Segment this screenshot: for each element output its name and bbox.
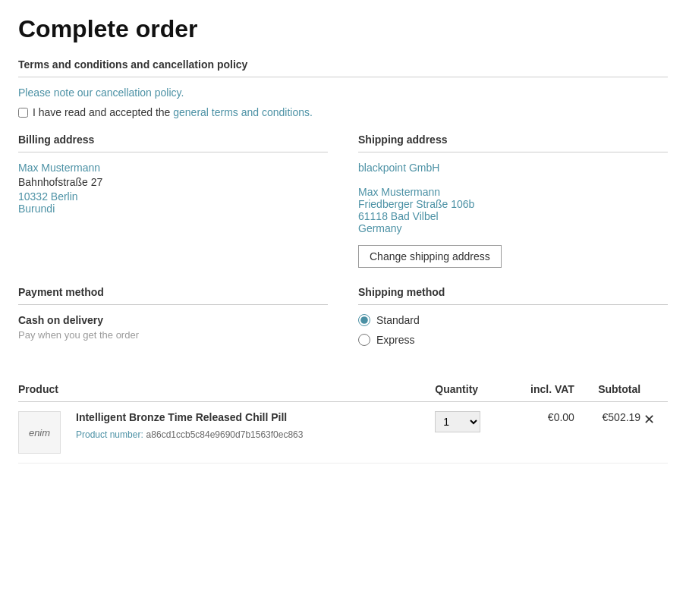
- col-quantity: Quantity: [435, 377, 505, 402]
- terms-label: I have read and accepted the general ter…: [33, 106, 313, 118]
- products-section: Product Quantity incl. VAT Subtotal enim…: [18, 377, 668, 464]
- billing-street: Bahnhofstraße 27: [18, 176, 102, 188]
- table-row: enim Intelligent Bronze Time Released Ch…: [18, 402, 668, 464]
- shipping-company[interactable]: blackpoint GmbH: [358, 162, 668, 174]
- shipping-express-radio[interactable]: [358, 334, 370, 346]
- product-info-cell: Intelligent Bronze Time Released Chill P…: [67, 402, 435, 464]
- terms-checkbox[interactable]: [18, 108, 28, 118]
- terms-checkbox-row: I have read and accepted the general ter…: [18, 106, 668, 118]
- billing-country[interactable]: Burundi: [18, 203, 328, 215]
- product-number-value: a86cd1ccb5c84e9690d7b1563f0ec863: [146, 429, 304, 440]
- product-vat-cell: €0.00: [506, 402, 574, 464]
- product-image-cell: enim: [18, 402, 67, 464]
- col-product: Product: [18, 377, 435, 402]
- payment-title: Payment method: [18, 286, 328, 298]
- shipping-express-option: Express: [358, 334, 668, 346]
- col-vat: incl. VAT: [506, 377, 574, 402]
- products-table: Product Quantity incl. VAT Subtotal enim…: [18, 377, 668, 464]
- product-name: Intelligent Bronze Time Released Chill P…: [76, 411, 435, 423]
- billing-city[interactable]: 10332 Berlin: [18, 190, 328, 203]
- shipping-address-col: Shipping address blackpoint GmbH Max Mus…: [358, 134, 668, 268]
- shipping-standard-option: Standard: [358, 314, 668, 326]
- payment-divider: [18, 304, 328, 305]
- product-remove-cell: ✕: [640, 402, 668, 464]
- page-title: Complete order: [18, 15, 668, 43]
- payment-method-label: Cash on delivery: [18, 314, 328, 326]
- shipping-standard-radio[interactable]: [358, 314, 370, 326]
- terms-divider: [18, 77, 668, 77]
- shipping-express-label: Express: [376, 334, 415, 346]
- shipping-method-title: Shipping method: [358, 286, 668, 298]
- billing-address-col: Billing address Max Mustermann Bahnhofst…: [18, 134, 328, 268]
- shipping-name[interactable]: Max Mustermann: [358, 186, 668, 198]
- billing-name[interactable]: Max Mustermann: [18, 162, 328, 174]
- billing-divider: [18, 152, 328, 152]
- addresses-section: Billing address Max Mustermann Bahnhofst…: [18, 134, 668, 268]
- payment-method-sub: Pay when you get the order: [18, 329, 328, 341]
- product-quantity-cell: 1 2 3: [435, 402, 505, 464]
- shipping-standard-label: Standard: [376, 314, 420, 326]
- remove-product-button[interactable]: ✕: [640, 411, 658, 428]
- product-thumbnail: enim: [18, 411, 61, 454]
- change-shipping-address-button[interactable]: Change shipping address: [358, 245, 502, 268]
- product-details: Intelligent Bronze Time Released Chill P…: [67, 411, 435, 440]
- terms-section-title: Terms and conditions and cancellation po…: [18, 58, 668, 71]
- product-number-label: Product number:: [76, 429, 143, 440]
- shipping-city[interactable]: 61118 Bad Vilbel: [358, 210, 668, 222]
- cancellation-policy-link[interactable]: Please note our cancellation policy.: [18, 86, 184, 99]
- shipping-address-title: Shipping address: [358, 134, 668, 146]
- billing-title: Billing address: [18, 134, 328, 146]
- payment-shipping-section: Payment method Cash on delivery Pay when…: [18, 286, 668, 359]
- general-terms-link[interactable]: general terms and conditions.: [173, 106, 313, 118]
- col-subtotal: Subtotal: [574, 377, 640, 402]
- shipping-method-col: Shipping method Standard Express: [358, 286, 668, 359]
- shipping-street[interactable]: Friedberger Straße 106b: [358, 198, 668, 210]
- terms-section: Terms and conditions and cancellation po…: [18, 58, 668, 118]
- shipping-method-divider: [358, 304, 668, 305]
- quantity-select[interactable]: 1 2 3: [435, 411, 480, 432]
- shipping-country[interactable]: Germany: [358, 222, 668, 234]
- product-subtotal-cell: €502.19: [574, 402, 640, 464]
- shipping-address-divider: [358, 152, 668, 152]
- payment-col: Payment method Cash on delivery Pay when…: [18, 286, 328, 341]
- col-remove: [640, 377, 668, 402]
